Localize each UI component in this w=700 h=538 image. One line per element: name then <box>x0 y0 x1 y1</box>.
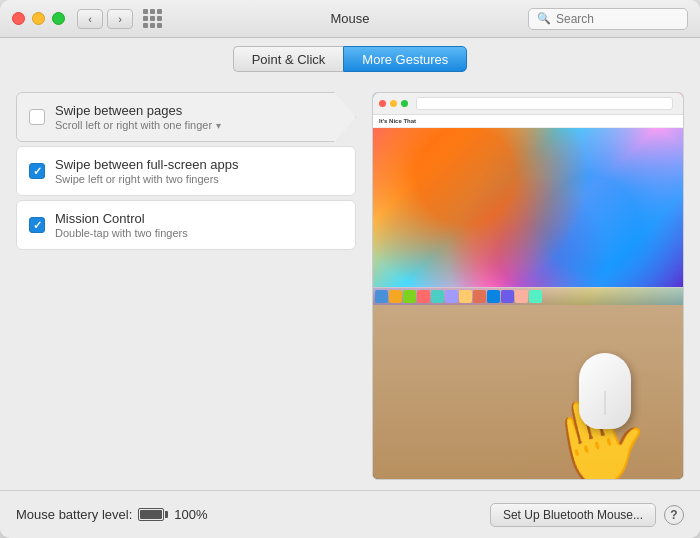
dock-icon-1 <box>375 290 388 303</box>
content-area: Swipe between pages Scroll left or right… <box>0 82 700 480</box>
dock-icon-12 <box>529 290 542 303</box>
minimize-button[interactable] <box>32 12 45 25</box>
browser-content: It's Nice That <box>373 115 683 287</box>
back-button[interactable]: ‹ <box>77 9 103 29</box>
maximize-button[interactable] <box>52 12 65 25</box>
mouse-line <box>605 391 606 415</box>
checkbox-mission-control[interactable] <box>29 217 45 233</box>
dock-icon-2 <box>389 290 402 303</box>
magic-mouse <box>579 353 631 449</box>
setting-desc-mission-control: Double-tap with two fingers <box>55 227 343 239</box>
checkbox-swipe-fullscreen[interactable] <box>29 163 45 179</box>
bottom-bar: Mouse battery level: 100% Set Up Bluetoo… <box>0 490 700 538</box>
forward-button[interactable]: › <box>107 9 133 29</box>
battery-label: Mouse battery level: <box>16 507 132 522</box>
setup-bluetooth-button[interactable]: Set Up Bluetooth Mouse... <box>490 503 656 527</box>
dock-icon-10 <box>501 290 514 303</box>
setting-swipe-fullscreen: Swipe between full-screen apps Swipe lef… <box>16 146 356 196</box>
setting-swipe-pages: Swipe between pages Scroll left or right… <box>16 92 356 142</box>
screenshot-bottom: 🤚 <box>373 305 683 479</box>
art-overlay <box>373 128 683 287</box>
tab-point-click[interactable]: Point & Click <box>233 46 344 72</box>
dock-bar <box>373 287 683 305</box>
dock-icon-8 <box>473 290 486 303</box>
dock-icon-5 <box>431 290 444 303</box>
help-button[interactable]: ? <box>664 505 684 525</box>
setting-desc-swipe-pages: Scroll left or right with one finger ▾ <box>55 119 319 131</box>
dock-icon-7 <box>459 290 472 303</box>
browser-close <box>379 100 386 107</box>
setting-title-swipe-pages: Swipe between pages <box>55 103 319 118</box>
dock-icon-9 <box>487 290 500 303</box>
browser-bar <box>373 93 683 115</box>
titlebar: ‹ › Mouse 🔍 <box>0 0 700 38</box>
dock-icon-4 <box>417 290 430 303</box>
dock-icon-6 <box>445 290 458 303</box>
search-icon: 🔍 <box>537 12 551 25</box>
nav-buttons: ‹ › <box>77 9 133 29</box>
checkbox-swipe-pages[interactable] <box>29 109 45 125</box>
traffic-lights <box>12 12 65 25</box>
dock-icon-3 <box>403 290 416 303</box>
bottom-right: Set Up Bluetooth Mouse... ? <box>490 503 684 527</box>
window-title: Mouse <box>330 11 369 26</box>
screenshot-top: It's Nice That <box>373 93 683 305</box>
browser-max <box>401 100 408 107</box>
preview-pane: It's Nice That <box>372 92 684 480</box>
left-pane: Swipe between pages Scroll left or right… <box>16 92 356 480</box>
dock-icon-11 <box>515 290 528 303</box>
browser-min <box>390 100 397 107</box>
search-bar[interactable]: 🔍 <box>528 8 688 30</box>
setting-mission-control: Mission Control Double-tap with two fing… <box>16 200 356 250</box>
setting-desc-swipe-fullscreen: Swipe left or right with two fingers <box>55 173 343 185</box>
battery-percent: 100% <box>174 507 207 522</box>
battery-body <box>138 508 164 521</box>
setting-title-mission-control: Mission Control <box>55 211 343 226</box>
setting-title-swipe-fullscreen: Swipe between full-screen apps <box>55 157 343 172</box>
colorful-art <box>373 128 683 287</box>
battery-fill <box>140 510 162 519</box>
battery-tip <box>165 511 168 518</box>
grid-icon <box>143 9 162 28</box>
preview-image: It's Nice That <box>373 93 683 479</box>
tab-bar: Point & Click More Gestures <box>0 38 700 82</box>
close-button[interactable] <box>12 12 25 25</box>
tab-more-gestures[interactable]: More Gestures <box>343 46 467 72</box>
grid-button[interactable] <box>139 9 165 29</box>
browser-url-bar <box>416 97 673 110</box>
browser-site-title: It's Nice That <box>373 115 683 128</box>
battery-section: Mouse battery level: 100% <box>16 507 208 522</box>
battery-icon <box>138 508 168 521</box>
search-input[interactable] <box>556 12 679 26</box>
window: ‹ › Mouse 🔍 Point & Click More Gestures <box>0 0 700 538</box>
dropdown-arrow-icon[interactable]: ▾ <box>216 120 221 131</box>
